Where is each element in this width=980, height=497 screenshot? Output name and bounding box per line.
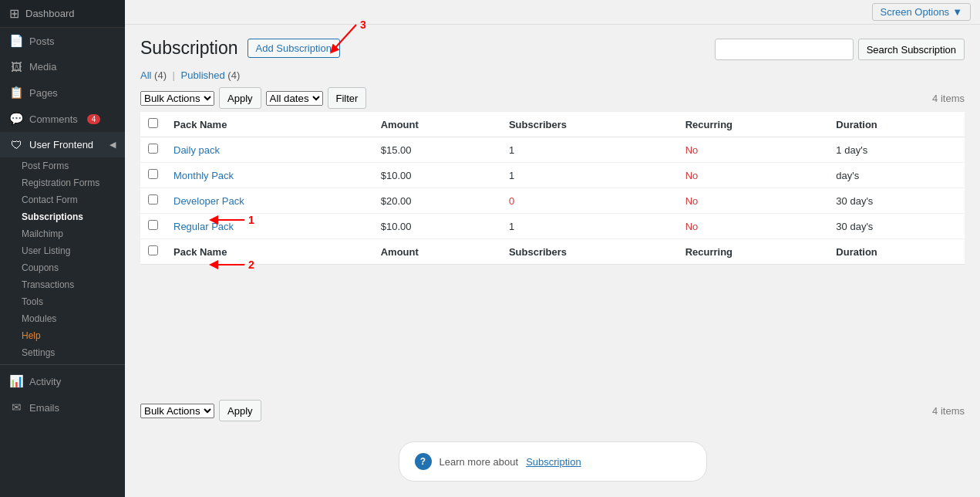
sidebar-item-label: Pages [29, 87, 58, 99]
sidebar-item-emails[interactable]: ✉ Emails [0, 394, 125, 421]
items-count-top: 4 items [932, 93, 965, 104]
footer-pack-name: Pack Name [166, 239, 373, 265]
table-row: Regular Pack $10.00 1 No 30 day's [140, 214, 965, 239]
sidebar-sub-modules[interactable]: Modules [0, 310, 125, 327]
filter-all-link[interactable]: All [140, 69, 151, 81]
filter-sep: | [173, 69, 175, 81]
sidebar-sub-registration-forms[interactable]: Registration Forms [0, 174, 125, 191]
table-row: Daily pack $15.00 1 No 1 day's [140, 137, 965, 163]
screen-options-button[interactable]: Screen Options ▼ [872, 3, 971, 21]
row-recurring-1: No [678, 163, 829, 188]
sidebar-logo[interactable]: ⊞ Dashboard [0, 0, 125, 28]
items-count-bottom: 4 items [932, 405, 965, 417]
search-input[interactable] [715, 39, 854, 60]
search-area: Search Subscription [715, 32, 965, 63]
sidebar-sub-help[interactable]: Help [0, 327, 125, 344]
comments-icon: 💬 [9, 112, 23, 126]
pack-link-2[interactable]: Developer Pack [173, 195, 244, 207]
row-check-0[interactable] [148, 144, 158, 154]
footer-duration: Duration [828, 239, 965, 265]
sidebar-item-posts[interactable]: 📄 Posts [0, 28, 125, 54]
row-duration-2: 30 day's [828, 188, 965, 214]
row-checkbox-2 [140, 188, 166, 214]
arrow-left-icon: ◀ [109, 140, 116, 150]
add-subscription-button[interactable]: Add Subscription [248, 39, 340, 58]
bottom-toolbar: Bulk Actions Apply 4 items [125, 395, 980, 426]
footer-checkbox-col [140, 239, 166, 265]
filter-button[interactable]: Filter [328, 87, 367, 109]
table-row: Monthly Pack $10.00 1 No day's [140, 163, 965, 188]
sidebar-divider [0, 364, 125, 365]
table-body: Daily pack $15.00 1 No 1 day's Monthly P… [140, 137, 965, 239]
sidebar-sub-transactions[interactable]: Transactions [0, 276, 125, 293]
sidebar-item-activity[interactable]: 📊 Activity [0, 368, 125, 394]
row-duration-0: 1 day's [828, 137, 965, 163]
sidebar-item-media[interactable]: 🖼 Media [0, 54, 125, 79]
row-subscribers-1: 1 [501, 163, 678, 188]
posts-icon: 📄 [9, 34, 23, 48]
footer-recurring: Recurring [678, 239, 829, 265]
table-row: Developer Pack $20.00 0 No 30 day's [140, 188, 965, 214]
page-title: Subscription [140, 38, 238, 59]
select-all-checkbox[interactable] [148, 118, 158, 128]
sidebar-item-label: Comments [29, 113, 78, 125]
filter-published-link[interactable]: Published [181, 69, 225, 81]
pack-link-0[interactable]: Daily pack [173, 144, 220, 156]
content-area: Pack Name Amount Subscribers Recurring D… [125, 112, 980, 395]
row-checkbox-1 [140, 163, 166, 188]
search-subscription-button[interactable]: Search Subscription [858, 39, 965, 60]
info-subscription-link[interactable]: Subscription [526, 456, 581, 468]
sidebar-sub-user-listing[interactable]: User Listing [0, 242, 125, 259]
sidebar-sub-mailchimp[interactable]: Mailchimp [0, 225, 125, 242]
sidebar-logo-label: Dashboard [25, 8, 75, 19]
all-dates-select[interactable]: All dates [266, 91, 323, 106]
row-subscribers-2: 0 [501, 188, 678, 214]
sidebar-item-user-frontend[interactable]: 🛡 User Frontend ◀ [0, 132, 125, 157]
sidebar-item-label: User Frontend [29, 139, 93, 150]
sidebar-sub-subscriptions[interactable]: Subscriptions [0, 208, 125, 225]
header-amount: Amount [373, 112, 501, 137]
row-checkbox-0 [140, 137, 166, 163]
bulk-actions-select-top[interactable]: Bulk Actions [140, 91, 214, 106]
sidebar-item-pages[interactable]: 📋 Pages [0, 79, 125, 106]
select-all-footer-checkbox[interactable] [148, 245, 158, 255]
row-recurring-0: No [678, 137, 829, 163]
row-check-2[interactable] [148, 194, 158, 205]
topbar: Screen Options ▼ [125, 0, 980, 25]
row-recurring-2: No [678, 188, 829, 214]
table-footer-row: Pack Name Amount Subscribers Recurring D… [140, 239, 965, 265]
sidebar-item-label: Posts [29, 36, 55, 47]
row-check-1[interactable] [148, 169, 158, 179]
pack-link-3[interactable]: Regular Pack [173, 221, 234, 232]
row-subscribers-0: 1 [501, 137, 678, 163]
row-duration-3: 30 day's [828, 214, 965, 239]
row-pack-name-0: Daily pack [166, 137, 373, 163]
footer-amount: Amount [373, 239, 501, 265]
row-checkbox-3 [140, 214, 166, 239]
apply-top-button[interactable]: Apply [219, 87, 261, 109]
sidebar-sub-post-forms[interactable]: Post Forms [0, 157, 125, 174]
header-recurring: Recurring [678, 112, 829, 137]
apply-bottom-button[interactable]: Apply [219, 400, 261, 421]
filter-all-count: (4) [154, 69, 167, 81]
row-amount-1: $10.00 [373, 163, 501, 188]
header-checkbox-col [140, 112, 166, 137]
bulk-actions-select-bottom[interactable]: Bulk Actions [140, 404, 214, 418]
sidebar-item-label: Media [29, 61, 56, 73]
header-subscribers: Subscribers [501, 112, 678, 137]
user-frontend-icon: 🛡 [9, 138, 23, 151]
sidebar-sub-coupons[interactable]: Coupons [0, 259, 125, 276]
sidebar-item-comments[interactable]: 💬 Comments 4 [0, 106, 125, 132]
sidebar-sub-contact-form[interactable]: Contact Form [0, 191, 125, 208]
sidebar-item-label: Activity [29, 376, 61, 387]
sidebar-sub-settings[interactable]: Settings [0, 344, 125, 361]
sidebar-sub-tools[interactable]: Tools [0, 293, 125, 310]
sidebar-item-label: Emails [29, 402, 59, 414]
pack-link-1[interactable]: Monthly Pack [173, 170, 234, 181]
table-header-row: Pack Name Amount Subscribers Recurring D… [140, 112, 965, 137]
media-icon: 🖼 [9, 60, 23, 73]
row-check-3[interactable] [148, 220, 158, 230]
subscriptions-table: Pack Name Amount Subscribers Recurring D… [140, 112, 965, 265]
main-content: Screen Options ▼ Subscription Add Subscr… [125, 0, 980, 497]
screen-options-label: Screen Options [881, 6, 950, 18]
